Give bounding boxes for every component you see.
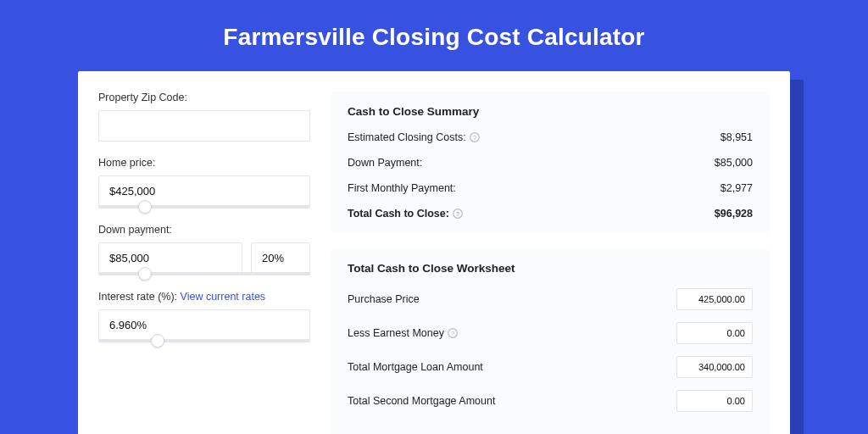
down-payment-percent-input[interactable] bbox=[251, 242, 310, 274]
summary-label: Down Payment: bbox=[348, 157, 422, 169]
summary-title: Cash to Close Summary bbox=[348, 105, 753, 118]
summary-label: Estimated Closing Costs: bbox=[348, 131, 466, 143]
interest-rate-slider[interactable] bbox=[98, 339, 310, 342]
worksheet-label: Less Earnest Money bbox=[348, 327, 444, 339]
summary-row-closing-costs: Estimated Closing Costs: ? $8,951 bbox=[348, 131, 753, 143]
worksheet-row-purchase-price: Purchase Price bbox=[348, 288, 753, 310]
summary-label: First Monthly Payment: bbox=[348, 182, 456, 194]
worksheet-row-loan-amount: Total Mortgage Loan Amount bbox=[348, 356, 753, 378]
interest-rate-input[interactable] bbox=[98, 309, 310, 341]
help-icon[interactable]: ? bbox=[470, 132, 480, 142]
interest-rate-field: Interest rate (%): View current rates bbox=[98, 291, 310, 342]
help-icon[interactable]: ? bbox=[448, 328, 458, 338]
worksheet-card: Total Cash to Close Worksheet Purchase P… bbox=[331, 248, 770, 434]
calculator-panel: Property Zip Code: Home price: Down paym… bbox=[78, 71, 790, 434]
home-price-input[interactable] bbox=[98, 175, 310, 207]
results-column: Cash to Close Summary Estimated Closing … bbox=[331, 92, 770, 434]
svg-text:?: ? bbox=[472, 134, 476, 142]
help-icon[interactable]: ? bbox=[453, 209, 463, 219]
summary-value: $85,000 bbox=[715, 157, 753, 169]
interest-rate-label-text: Interest rate (%): bbox=[98, 291, 177, 303]
worksheet-label: Purchase Price bbox=[348, 293, 420, 305]
down-payment-field: Down payment: bbox=[98, 224, 310, 275]
summary-row-down-payment: Down Payment: $85,000 bbox=[348, 157, 753, 169]
home-price-field: Home price: bbox=[98, 157, 310, 209]
summary-total-label: Total Cash to Close: bbox=[348, 208, 449, 220]
view-current-rates-link[interactable]: View current rates bbox=[181, 291, 266, 303]
summary-card: Cash to Close Summary Estimated Closing … bbox=[331, 92, 770, 233]
zip-label: Property Zip Code: bbox=[98, 92, 310, 103]
worksheet-input[interactable] bbox=[676, 322, 753, 344]
worksheet-row-earnest-money: Less Earnest Money ? bbox=[348, 322, 753, 344]
svg-text:?: ? bbox=[451, 330, 455, 337]
worksheet-label: Total Second Mortgage Amount bbox=[348, 395, 495, 407]
worksheet-title: Total Cash to Close Worksheet bbox=[348, 262, 753, 275]
summary-row-first-payment: First Monthly Payment: $2,977 bbox=[348, 182, 753, 194]
zip-field: Property Zip Code: bbox=[98, 92, 310, 142]
worksheet-label: Total Mortgage Loan Amount bbox=[348, 361, 483, 373]
form-column: Property Zip Code: Home price: Down paym… bbox=[98, 92, 310, 434]
summary-value: $2,977 bbox=[721, 182, 753, 194]
summary-value: $8,951 bbox=[721, 131, 753, 143]
interest-rate-label: Interest rate (%): View current rates bbox=[98, 291, 310, 303]
down-payment-label: Down payment: bbox=[98, 224, 310, 236]
worksheet-input[interactable] bbox=[676, 390, 753, 412]
down-payment-slider[interactable] bbox=[98, 272, 310, 275]
home-price-label: Home price: bbox=[98, 157, 310, 169]
worksheet-input[interactable] bbox=[676, 288, 753, 310]
down-payment-input[interactable] bbox=[98, 242, 242, 274]
worksheet-input[interactable] bbox=[676, 356, 753, 378]
worksheet-row-second-mortgage: Total Second Mortgage Amount bbox=[348, 390, 753, 412]
page-title: Farmersville Closing Cost Calculator bbox=[0, 0, 868, 71]
summary-total-value: $96,928 bbox=[715, 208, 753, 220]
summary-row-total: Total Cash to Close: ? $96,928 bbox=[348, 208, 753, 220]
home-price-slider[interactable] bbox=[98, 205, 310, 209]
svg-text:?: ? bbox=[455, 210, 459, 218]
zip-input[interactable] bbox=[98, 110, 310, 142]
